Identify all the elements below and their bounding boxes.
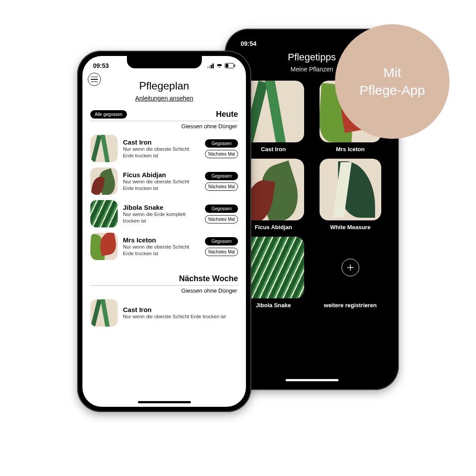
page-title: Pflegeplan [82, 80, 246, 92]
plant-desc: Nur wenn die oberste Schicht Erde trocke… [123, 178, 200, 191]
status-time: 09:54 [241, 40, 257, 47]
plant-name: Mrs Iceton [123, 236, 200, 244]
battery-icon [225, 63, 235, 68]
all-watered-button[interactable]: Alle gegossen [90, 110, 127, 119]
plant-desc: Nur wenn die oberste Schicht Erde trocke… [123, 313, 238, 320]
watered-button[interactable]: Gegossen [205, 139, 238, 148]
tile-label: weitere registrieren [324, 302, 377, 309]
plant-name: Cast Iron [123, 138, 200, 146]
promo-badge: Mit Pflege-App [335, 24, 450, 139]
watered-button[interactable]: Gegossen [205, 172, 238, 180]
watered-button[interactable]: Gegossen [205, 237, 238, 245]
add-plant-tile[interactable]: weitere registrieren [316, 237, 385, 309]
svg-rect-7 [207, 67, 208, 68]
home-indicator [138, 401, 191, 403]
watered-button[interactable]: Gegossen [205, 205, 238, 213]
plant-desc: Nur wenn die oberste Schicht Erde trocke… [123, 244, 200, 257]
next-time-button[interactable]: Nächstes Mal [205, 150, 238, 158]
wifi-icon [216, 63, 223, 68]
section-heading-today: Heute [127, 110, 238, 119]
next-time-button[interactable]: Nächstes Mal [205, 182, 238, 191]
plant-name: Ficus Abidjan [123, 171, 200, 178]
svg-rect-8 [209, 66, 210, 68]
plant-tile[interactable]: White Measure [316, 159, 385, 231]
svg-rect-12 [226, 64, 228, 67]
status-time: 09:53 [93, 62, 109, 69]
plant-row: Cast IronNur wenn die oberste Schicht Er… [82, 132, 246, 165]
section-heading-nextweek: Nächste Woche [90, 274, 238, 283]
plant-row: Jibola SnakeNur wenn die Erde komplett t… [82, 197, 246, 230]
badge-line1: Mit [383, 65, 401, 80]
plant-thumbnail[interactable] [90, 135, 118, 162]
home-indicator [286, 379, 338, 381]
plant-thumbnail[interactable] [90, 233, 118, 260]
svg-rect-13 [234, 65, 235, 67]
tile-label: Ficus Abidjan [255, 224, 292, 231]
instructions-link[interactable]: Anleitungen ansehen [82, 95, 246, 102]
plant-name: Cast Iron [123, 306, 238, 313]
notch [127, 56, 202, 68]
divider [90, 285, 238, 286]
next-time-button[interactable]: Nächstes Mal [205, 248, 238, 256]
plant-desc: Nur wenn die oberste Schicht Erde trocke… [123, 146, 200, 159]
status-icons [207, 63, 235, 68]
plant-row: Ficus AbidjanNur wenn die oberste Schich… [82, 165, 246, 197]
plant-row: Cast IronNur wenn die oberste Schicht Er… [82, 297, 246, 329]
plant-name: Jibola Snake [123, 204, 200, 211]
badge-line2: Pflege-App [360, 83, 425, 97]
phone-left: 09:53 Pflegeplan Anleitungen ansehen All… [77, 51, 251, 412]
notch [275, 34, 350, 46]
signal-icon [207, 63, 214, 68]
svg-rect-10 [212, 63, 214, 68]
plant-thumbnail[interactable] [90, 299, 118, 327]
next-time-button[interactable]: Nächstes Mal [205, 215, 238, 223]
section-caption: Giessen ohne Dünger [82, 286, 246, 297]
svg-rect-9 [211, 65, 212, 68]
plant-row: Mrs IcetonNur wenn die oberste Schicht E… [82, 230, 246, 263]
tile-label: White Measure [330, 224, 371, 231]
tile-label: Jibola Snake [256, 302, 291, 309]
tile-label: Cast Iron [261, 146, 286, 152]
section-caption: Giessen ohne Dünger [82, 122, 246, 132]
plant-desc: Nur wenn die Erde komplett trocken ist [123, 211, 200, 224]
divider [90, 121, 238, 121]
tile-label: Mrs Iceton [336, 146, 364, 152]
plus-icon [342, 259, 359, 276]
plant-thumbnail[interactable] [90, 200, 118, 227]
plant-thumbnail[interactable] [90, 167, 118, 195]
